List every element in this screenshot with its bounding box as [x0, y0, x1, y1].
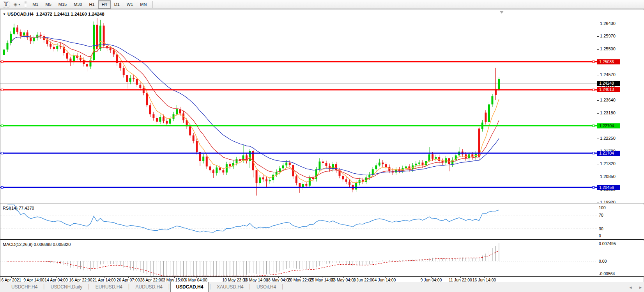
symbol-tab-bar: USDCHF,H4│USDCNH,Daily│EURUSD,H4│AUDUSD,…	[0, 282, 644, 292]
price-tick-label: 1.25500	[597, 46, 616, 51]
chart-window: ▼USDCAD,H4 1.24372 1.24411 1.24160 1.242…	[0, 9, 644, 282]
tab-separator: │	[281, 282, 284, 292]
symbol-tab-xauusd-h4[interactable]: XAUUSD,H4	[212, 282, 249, 292]
ohlc-values-label: 1.24372 1.24411 1.24160 1.24248	[36, 12, 104, 16]
timeframe-button-m30[interactable]: M30	[70, 0, 85, 9]
current-price-badge: 1.24248	[597, 81, 620, 86]
top-toolbar: T ◈ ▾ M1M5M15M30H1H4D1W1MN	[0, 0, 644, 9]
timeframe-button-mn[interactable]: MN	[136, 0, 150, 9]
rsi-tick-label: 100	[599, 205, 606, 210]
chevron-down-icon: ▾	[18, 3, 20, 6]
price-tick-label: 1.25970	[597, 34, 616, 38]
price-tick-label: 1.24570	[597, 72, 616, 77]
macd-axis: 0.0074950.00-0.00564	[597, 241, 644, 276]
price-tick-label: 1.20850	[597, 174, 616, 179]
tab-separator: │	[249, 282, 252, 292]
chart-title: ▼USDCAD,H4 1.24372 1.24411 1.24160 1.242…	[3, 12, 104, 16]
symbol-dropdown-icon[interactable]: ▼	[3, 12, 6, 16]
tab-scroll-right-icon[interactable]: ▸	[639, 285, 642, 290]
macd-plot	[0, 241, 597, 276]
rsi-label: RSI(14) 77.4370	[3, 206, 34, 210]
toolbar-separator	[152, 1, 153, 8]
timeframe-button-h4[interactable]: H4	[98, 0, 111, 9]
toolbar-grip-handle[interactable]	[25, 1, 27, 7]
rsi-axis: 10070300	[597, 205, 644, 239]
price-line-badge: 1.24013	[597, 87, 620, 92]
price-tick-label: 1.22250	[597, 136, 616, 141]
arrow-objects-icon: ◈	[14, 2, 17, 7]
price-line-badge: 1.21704	[597, 151, 620, 156]
tab-separator: │	[87, 282, 90, 292]
symbol-tabs: USDCHF,H4│USDCNH,Daily│EURUSD,H4│AUDUSD,…	[6, 282, 284, 292]
price-tick-label: 1.23180	[597, 110, 616, 115]
symbol-tab-usoil-h4[interactable]: USOil,H4	[251, 282, 281, 292]
price-line-badge: 1.25036	[597, 59, 620, 64]
tab-separator: │	[209, 282, 212, 292]
price-line-badge: 1.20456	[597, 185, 620, 190]
timeframe-button-group: M1M5M15M30H1H4D1W1MN	[29, 0, 150, 9]
price-line-badge: 1.22704	[597, 123, 620, 128]
tab-scroll-arrows: ◂ ▸	[623, 285, 642, 290]
arrow-objects-tool-button[interactable]: ◈ ▾	[12, 1, 21, 8]
rsi-tick-label: 0	[599, 233, 601, 238]
tab-scroll-left-icon[interactable]: ◂	[630, 285, 632, 290]
timeframe-button-w1[interactable]: W1	[123, 0, 137, 9]
symbol-tab-usdchf-h4[interactable]: USDCHF,H4	[6, 282, 42, 292]
price-tick-label: 1.26430	[597, 21, 616, 26]
macd-tick-label: 0.007495	[599, 241, 616, 246]
symbol-tab-eurusd-h4[interactable]: EURUSD,H4	[90, 282, 127, 292]
timeframe-button-m15[interactable]: M15	[55, 0, 70, 9]
timeframe-button-m1[interactable]: M1	[29, 0, 42, 9]
text-label-tool-button[interactable]: T	[1, 1, 11, 8]
timeframe-button-h1[interactable]: H1	[86, 0, 98, 9]
timeframe-button-d1[interactable]: D1	[111, 0, 123, 9]
price-chart-pane[interactable]: ▼USDCAD,H4 1.24372 1.24411 1.24160 1.242…	[0, 10, 644, 203]
text-tool-icon: T	[3, 2, 9, 7]
symbol-tab-usdcnh-daily[interactable]: USDCNH,Daily	[46, 282, 87, 292]
price-axis[interactable]: 1.264301.259701.255001.250301.245701.241…	[597, 10, 644, 203]
rsi-indicator-pane[interactable]: RSI(14) 77.4370 10070300	[0, 205, 644, 239]
macd-label: MACD(12,26,9) 0.006898 0.005820	[3, 242, 71, 247]
rsi-tick-label: 30	[599, 226, 603, 231]
chart-shift-marker-icon[interactable]	[500, 11, 504, 14]
tab-separator: │	[42, 282, 46, 292]
price-tick-label: 1.23640	[597, 98, 616, 102]
macd-indicator-pane[interactable]: MACD(12,26,9) 0.006898 0.005820 0.007495…	[0, 241, 644, 276]
symbol-tab-usdcad-h4[interactable]: USDCAD,H4	[170, 282, 209, 292]
tab-separator: │	[168, 282, 171, 292]
macd-tick-label: 0.00	[599, 259, 607, 264]
macd-tick-label: -0.00564	[599, 271, 615, 276]
price-tick-label: 1.21320	[597, 161, 616, 166]
symbol-period-label: USDCAD,H4	[7, 12, 34, 16]
timeframe-button-m5[interactable]: M5	[42, 0, 55, 9]
tab-separator: │	[127, 282, 131, 292]
rsi-tick-label: 70	[599, 213, 603, 217]
rsi-plot	[0, 205, 597, 239]
symbol-tab-audusd-h4[interactable]: AUDUSD,H4	[131, 282, 168, 292]
candlestick-plot	[0, 10, 597, 203]
